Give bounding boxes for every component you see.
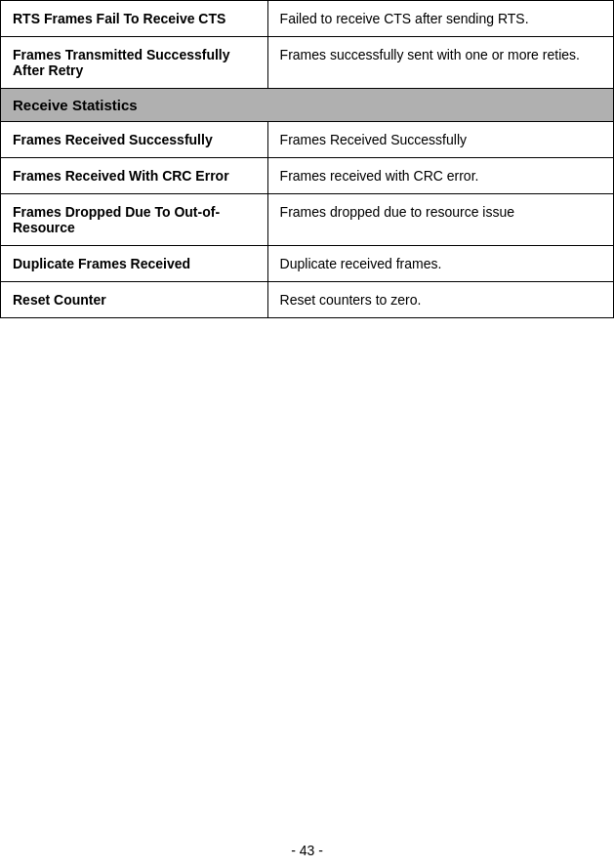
value-cell: Frames received with CRC error. [267,158,613,194]
table-row: Frames Received With CRC ErrorFrames rec… [1,158,614,194]
table-row: Duplicate Frames ReceivedDuplicate recei… [1,246,614,282]
table-row: Reset CounterReset counters to zero. [1,282,614,318]
value-cell: Frames dropped due to resource issue [267,194,613,246]
value-cell: Reset counters to zero. [267,282,613,318]
value-cell: Frames successfully sent with one or mor… [267,37,613,89]
label-cell: Duplicate Frames Received [1,246,268,282]
label-cell: Frames Dropped Due To Out-of-Resource [1,194,268,246]
table-row: Frames Received SuccessfullyFrames Recei… [1,122,614,158]
label-cell: Frames Received Successfully [1,122,268,158]
section-header-cell: Receive Statistics [1,89,614,122]
value-cell: Failed to receive CTS after sending RTS. [267,1,613,37]
page-footer: - 43 - [0,823,614,868]
label-cell: Frames Received With CRC Error [1,158,268,194]
label-cell: Frames Transmitted Successfully After Re… [1,37,268,89]
label-cell: RTS Frames Fail To Receive CTS [1,1,268,37]
label-cell: Reset Counter [1,282,268,318]
page-container: RTS Frames Fail To Receive CTSFailed to … [0,0,614,823]
value-cell: Duplicate received frames. [267,246,613,282]
page-number: - 43 - [291,843,323,858]
value-cell: Frames Received Successfully [267,122,613,158]
statistics-table: RTS Frames Fail To Receive CTSFailed to … [0,0,614,318]
table-row: Receive Statistics [1,89,614,122]
table-row: Frames Transmitted Successfully After Re… [1,37,614,89]
table-row: Frames Dropped Due To Out-of-ResourceFra… [1,194,614,246]
table-row: RTS Frames Fail To Receive CTSFailed to … [1,1,614,37]
